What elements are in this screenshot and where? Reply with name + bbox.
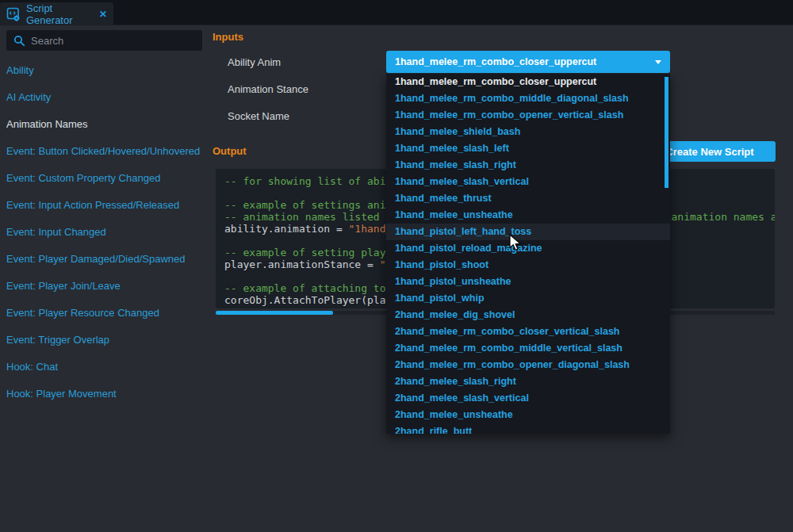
search-input[interactable]: Search: [6, 30, 202, 51]
ability-anim-dropdown-list: 1hand_melee_rm_combo_closer_uppercut1han…: [386, 74, 670, 434]
sidebar-item[interactable]: AI Activity: [0, 84, 206, 111]
dropdown-option[interactable]: 1hand_pistol_whip: [386, 290, 670, 307]
input-label-animation-stance: Animation Stance: [228, 83, 308, 95]
input-label-ability-anim: Ability Anim: [228, 56, 281, 68]
script-generator-icon: [6, 7, 21, 21]
sidebar-item[interactable]: Event: Player Damaged/Died/Spawned: [0, 246, 206, 273]
chevron-down-icon: [655, 60, 661, 64]
dropdown-option[interactable]: 2hand_melee_rm_combo_middle_vertical_sla…: [386, 340, 670, 357]
dropdown-option[interactable]: 1hand_melee_slash_vertical: [386, 174, 670, 190]
dropdown-option[interactable]: 2hand_melee_slash_right: [386, 373, 670, 390]
dropdown-option[interactable]: 2hand_melee_rm_combo_closer_vertical_sla…: [386, 323, 670, 340]
dropdown-option[interactable]: 1hand_melee_rm_combo_opener_vertical_sla…: [386, 107, 670, 124]
dropdown-option[interactable]: 1hand_pistol_shoot: [386, 257, 670, 274]
output-header: Output: [213, 145, 247, 157]
dropdown-option[interactable]: 1hand_melee_rm_combo_middle_diagonal_sla…: [386, 90, 670, 107]
code-text: ability.animation =: [224, 223, 349, 235]
dropdown-option[interactable]: 1hand_melee_slash_right: [386, 157, 670, 174]
sidebar-item[interactable]: Animation Names: [0, 111, 206, 138]
dropdown-option[interactable]: 1hand_melee_shield_bash: [386, 124, 670, 140]
sidebar-item[interactable]: Event: Player Join/Leave: [0, 273, 206, 300]
sidebar-item[interactable]: Event: Player Resource Changed: [0, 300, 206, 327]
dropdown-option[interactable]: 1hand_melee_rm_combo_closer_uppercut: [386, 74, 670, 90]
script-category-list: AbilityAI ActivityAnimation NamesEvent: …: [0, 57, 206, 408]
sidebar-item[interactable]: Event: Custom Property Changed: [0, 165, 206, 192]
dropdown-scrollbar-thumb[interactable]: [665, 77, 668, 188]
sidebar-item[interactable]: Hook: Player Movement: [0, 381, 206, 408]
inputs-header: Inputs: [213, 31, 243, 43]
dropdown-option[interactable]: 1hand_pistol_left_hand_toss: [386, 224, 670, 240]
dropdown-option[interactable]: 2hand_melee_slash_vertical: [386, 390, 670, 407]
tab-title: Script Generator: [26, 2, 92, 26]
ability-anim-dropdown-value: 1hand_melee_rm_combo_closer_uppercut: [395, 56, 596, 67]
code-horizontal-scrollbar-thumb[interactable]: [216, 311, 333, 315]
sidebar-item[interactable]: Ability: [0, 57, 206, 84]
dropdown-option[interactable]: 1hand_pistol_reload_magazine: [386, 240, 670, 257]
dropdown-option[interactable]: 1hand_melee_thrust: [386, 190, 670, 207]
dropdown-option[interactable]: 2hand_rifle_butt: [386, 423, 670, 434]
sidebar-item[interactable]: Hook: Chat: [0, 354, 206, 381]
sidebar-item[interactable]: Event: Input Action Pressed/Released: [0, 192, 206, 219]
sidebar-item[interactable]: Event: Input Changed: [0, 219, 206, 246]
search-icon: [13, 35, 25, 47]
dropdown-option[interactable]: 2hand_melee_rm_combo_opener_diagonal_sla…: [386, 357, 670, 373]
input-label-socket-name: Socket Name: [228, 110, 289, 122]
sidebar-item[interactable]: Event: Button Clicked/Hovered/Unhovered: [0, 138, 206, 165]
dropdown-option[interactable]: 1hand_pistol_unsheathe: [386, 274, 670, 290]
sidebar-item[interactable]: Event: Trigger Overlap: [0, 327, 206, 354]
search-placeholder: Search: [31, 35, 63, 47]
ability-anim-dropdown[interactable]: 1hand_melee_rm_combo_closer_uppercut: [386, 51, 670, 73]
dropdown-option[interactable]: 1hand_melee_slash_left: [386, 140, 670, 157]
code-text: player.animationStance =: [224, 258, 380, 270]
tab-script-generator[interactable]: Script Generator ✕: [0, 2, 113, 25]
tab-close-icon[interactable]: ✕: [99, 9, 107, 20]
tab-bar: Script Generator ✕: [0, 0, 793, 25]
dropdown-option[interactable]: 1hand_melee_unsheathe: [386, 207, 670, 224]
dropdown-option[interactable]: 2hand_melee_unsheathe: [386, 407, 670, 423]
dropdown-option[interactable]: 2hand_melee_dig_shovel: [386, 307, 670, 323]
